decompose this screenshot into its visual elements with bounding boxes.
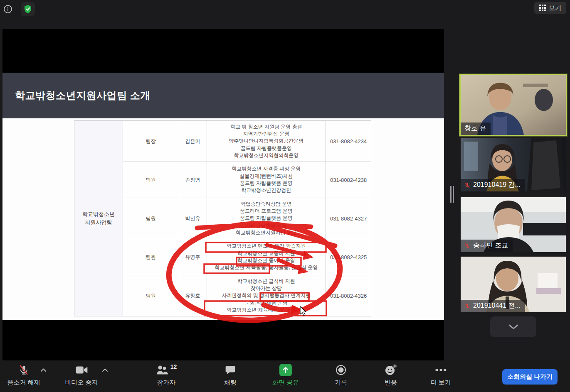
participant-video-tile[interactable]: 창호 유 bbox=[461, 75, 566, 135]
muted-mic-icon bbox=[464, 243, 470, 249]
chat-button[interactable]: 채팅 bbox=[224, 364, 237, 387]
view-button-label: 보기 bbox=[549, 4, 561, 12]
info-icon bbox=[3, 5, 12, 14]
stop-video-label: 비디오 중지 bbox=[65, 379, 98, 387]
team-table: 학교밖청소년 지원사업팀 팀장 김은이 학교 밖 청소년 지원팀 운영 총괄 지… bbox=[74, 120, 371, 316]
grid-view-icon bbox=[539, 5, 546, 11]
participant-video-tile[interactable]: 201910441 전... bbox=[461, 257, 566, 312]
shared-screen: 학교밖청소년지원사업팀 소개 학교밖청소년 지원사업팀 팀장 김은이 학교 밖 … bbox=[2, 29, 444, 360]
security-shield-icon[interactable] bbox=[21, 2, 35, 16]
table-category-cell: 학교밖청소년 지원사업팀 bbox=[74, 121, 123, 316]
muted-mic-icon bbox=[18, 364, 29, 376]
participant-name: 201910441 전... bbox=[473, 301, 521, 310]
participant-name: 송하민 조교 bbox=[473, 241, 508, 250]
more-ellipsis-icon bbox=[435, 368, 447, 372]
chevron-down-icon bbox=[508, 324, 519, 330]
record-icon bbox=[335, 364, 347, 376]
slide-body: 학교밖청소년 지원사업팀 팀장 김은이 학교 밖 청소년 지원팀 운영 총괄 지… bbox=[2, 118, 444, 320]
unmute-label: 음소거 해제 bbox=[7, 379, 40, 387]
meeting-info-icon[interactable] bbox=[2, 3, 14, 15]
table-row: 학교밖청소년 지원사업팀 팀장 김은이 학교 밖 청소년 지원팀 운영 총괄 지… bbox=[74, 121, 371, 162]
reactions-button[interactable]: 반응 bbox=[385, 364, 397, 387]
record-label: 기록 bbox=[335, 379, 347, 387]
view-button[interactable]: 보기 bbox=[534, 2, 566, 14]
more-button[interactable]: 더 보기 bbox=[430, 364, 451, 387]
stop-video-button[interactable]: 비디오 중지 bbox=[65, 364, 98, 387]
muted-mic-icon bbox=[464, 303, 470, 309]
muted-mic-icon bbox=[464, 182, 470, 188]
video-camera-icon bbox=[75, 365, 88, 375]
meeting-toolbar: 음소거 해제 비디오 중지 12 참가자 bbox=[0, 360, 570, 392]
participant-name: 201910419 김... bbox=[473, 181, 521, 189]
mic-options-caret[interactable] bbox=[40, 366, 47, 374]
share-screen-icon bbox=[279, 364, 292, 376]
participant-video-tile[interactable]: 송하민 조교 bbox=[461, 197, 566, 252]
slide-title: 학교밖청소년지원사업팀 소개 bbox=[2, 89, 151, 102]
video-options-caret[interactable] bbox=[102, 366, 108, 374]
participant-nameplate: 창호 유 bbox=[461, 122, 491, 135]
record-button[interactable]: 기록 bbox=[335, 364, 347, 387]
participant-nameplate: 송하민 조교 bbox=[461, 240, 513, 252]
top-bar: 보기 bbox=[0, 0, 570, 18]
unmute-button[interactable]: 음소거 해제 bbox=[7, 364, 40, 387]
participants-button[interactable]: 12 참가자 bbox=[156, 364, 177, 387]
reactions-smiley-icon bbox=[385, 364, 397, 376]
more-label: 더 보기 bbox=[430, 379, 451, 387]
slide-title-band: 학교밖청소년지원사업팀 소개 bbox=[2, 73, 444, 118]
participant-nameplate: 201910419 김... bbox=[461, 179, 525, 191]
leave-breakout-room-button[interactable]: 소회의실 나가기 bbox=[502, 369, 558, 385]
chat-label: 채팅 bbox=[224, 379, 237, 387]
participants-label: 참가자 bbox=[157, 379, 175, 387]
participant-name: 창호 유 bbox=[464, 124, 486, 133]
shield-check-icon bbox=[24, 5, 32, 14]
participant-video-tile[interactable]: 201910419 김... bbox=[461, 138, 566, 191]
chat-bubble-icon bbox=[225, 365, 236, 375]
share-screen-button[interactable]: 화면 공유 bbox=[272, 364, 299, 387]
panel-resize-handle[interactable] bbox=[450, 186, 454, 203]
participant-nameplate: 201910441 전... bbox=[461, 300, 525, 312]
participant-count-badge: 12 bbox=[170, 363, 177, 370]
reactions-label: 반응 bbox=[385, 379, 397, 387]
share-screen-label: 화면 공유 bbox=[272, 379, 299, 387]
collapse-videos-button[interactable] bbox=[490, 316, 536, 337]
participants-icon bbox=[156, 365, 168, 375]
